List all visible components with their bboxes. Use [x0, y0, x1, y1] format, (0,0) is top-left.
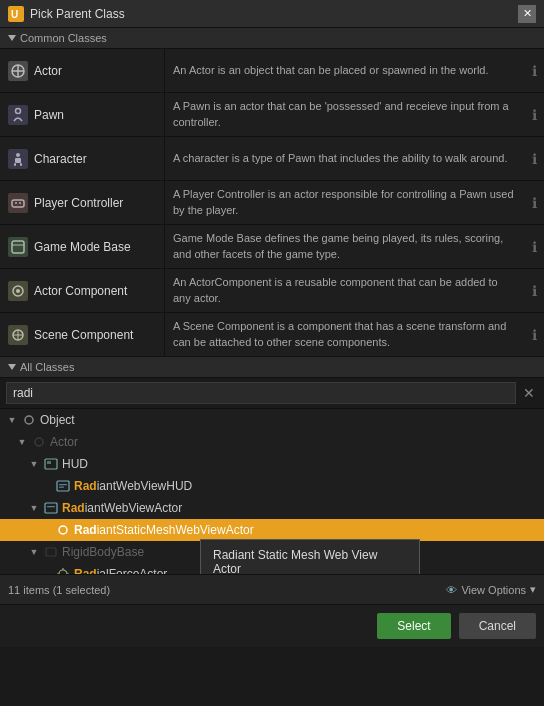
info-icon-character: ℹ — [524, 137, 544, 180]
class-name-actorcomponent: Actor Component — [34, 284, 127, 298]
bottom-bar: 11 items (1 selected) 👁 View Options ▾ — [0, 574, 544, 604]
playercontroller-icon — [8, 193, 28, 213]
tree-label-object: Object — [40, 413, 75, 427]
common-classes-label: Common Classes — [20, 32, 107, 44]
close-button[interactable]: ✕ — [518, 5, 536, 23]
search-bar: ✕ — [0, 378, 544, 409]
class-row-left-playercontroller: Player Controller — [0, 181, 165, 224]
svg-point-16 — [16, 289, 20, 293]
actor-icon — [8, 61, 28, 81]
class-row-scenecomponent[interactable]: Scene Component A Scene Component is a c… — [0, 313, 544, 357]
class-row-left-pawn: Pawn — [0, 93, 165, 136]
collapse-object[interactable]: ▼ — [6, 414, 18, 426]
class-tree: ▼ Object ▼ Actor ▼ HUD RadiantWebViewHUD… — [0, 409, 544, 574]
info-icon-scenecomponent: ℹ — [524, 313, 544, 356]
tree-label-radiantwebviewhud: RadiantWebViewHUD — [74, 479, 192, 493]
tree-item-object[interactable]: ▼ Object — [0, 409, 544, 431]
svg-rect-30 — [46, 548, 56, 556]
class-row-playercontroller[interactable]: Player Controller A Player Controller is… — [0, 181, 544, 225]
common-classes-header: Common Classes — [0, 28, 544, 49]
tree-label-hud: HUD — [62, 457, 88, 471]
select-button[interactable]: Select — [377, 613, 450, 639]
tree-item-actor[interactable]: ▼ Actor — [0, 431, 544, 453]
search-clear-button[interactable]: ✕ — [520, 384, 538, 402]
all-classes-collapse-icon — [8, 364, 16, 370]
view-options-button[interactable]: 👁 View Options ▾ — [446, 583, 536, 596]
cancel-button[interactable]: Cancel — [459, 613, 536, 639]
class-row-actor[interactable]: Actor An Actor is an object that can be … — [0, 49, 544, 93]
class-row-pawn[interactable]: Pawn A Pawn is an actor that can be 'pos… — [0, 93, 544, 137]
svg-point-21 — [35, 438, 43, 446]
tree-item-radiantwebviewactor[interactable]: ▼ RadiantWebViewActor — [0, 497, 544, 519]
highlight-rad3: Rad — [74, 523, 97, 537]
class-desc-scenecomponent: A Scene Component is a component that ha… — [165, 313, 524, 356]
svg-rect-7 — [15, 158, 21, 163]
tree-item-hud[interactable]: ▼ HUD — [0, 453, 544, 475]
svg-rect-24 — [57, 481, 69, 491]
tree-item-radialforceactor[interactable]: RadialForceActor — [0, 563, 544, 574]
staticmesh-icon — [55, 522, 71, 538]
class-name-character: Character — [34, 152, 87, 166]
svg-rect-25 — [59, 484, 67, 485]
info-icon-gamemodebase: ℹ — [524, 225, 544, 268]
class-row-character[interactable]: Character A character is a type of Pawn … — [0, 137, 544, 181]
webviewactor-icon — [43, 500, 59, 516]
class-row-gamemodebase[interactable]: Game Mode Base Game Mode Base defines th… — [0, 225, 544, 269]
svg-rect-8 — [14, 163, 16, 166]
all-classes-header: All Classes — [0, 357, 544, 378]
object-icon — [21, 412, 37, 428]
class-desc-pawn: A Pawn is an actor that can be 'possesse… — [165, 93, 524, 136]
svg-rect-13 — [12, 241, 24, 253]
info-icon-pawn: ℹ — [524, 93, 544, 136]
collapse-radiantwebviewactor[interactable]: ▼ — [28, 502, 40, 514]
collapse-hud[interactable]: ▼ — [28, 458, 40, 470]
class-desc-playercontroller: A Player Controller is an actor responsi… — [165, 181, 524, 224]
svg-rect-22 — [45, 459, 57, 469]
actor-tree-icon — [31, 434, 47, 450]
search-input[interactable] — [6, 382, 516, 404]
tree-item-radiantwebviewhud[interactable]: RadiantWebViewHUD — [0, 475, 544, 497]
class-row-left-character: Character — [0, 137, 165, 180]
tree-item-rigidbodybase[interactable]: ▼ RigidBodyBase — [0, 541, 544, 563]
radialforce-icon — [55, 566, 71, 574]
title-bar-left: U Pick Parent Class — [8, 6, 125, 22]
class-row-left-scenecomponent: Scene Component — [0, 313, 165, 356]
actorcomponent-icon — [8, 281, 28, 301]
class-name-playercontroller: Player Controller — [34, 196, 123, 210]
info-icon-actorcomponent: ℹ — [524, 269, 544, 312]
button-bar: Select Cancel — [0, 604, 544, 647]
info-icon-playercontroller: ℹ — [524, 181, 544, 224]
tree-label-actor: Actor — [50, 435, 78, 449]
class-desc-gamemodebase: Game Mode Base defines the game being pl… — [165, 225, 524, 268]
title-bar: U Pick Parent Class ✕ — [0, 0, 544, 28]
class-row-left-actor: Actor — [0, 49, 165, 92]
collapse-actor[interactable]: ▼ — [16, 436, 28, 448]
class-row-left-gamemodebase: Game Mode Base — [0, 225, 165, 268]
class-row-actorcomponent[interactable]: Actor Component An ActorComponent is a r… — [0, 269, 544, 313]
all-classes-label: All Classes — [20, 361, 74, 373]
tree-label-radiantstaticmeshwebviewactor: RadiantStaticMeshWebViewActor — [74, 523, 254, 537]
gamemodebase-icon — [8, 237, 28, 257]
svg-point-29 — [59, 526, 67, 534]
common-classes-list: Actor An Actor is an object that can be … — [0, 49, 544, 357]
svg-point-6 — [16, 153, 20, 157]
tree-label-radiantwebviewactor: RadiantWebViewActor — [62, 501, 182, 515]
tree-label-rigidbodybase: RigidBodyBase — [62, 545, 144, 559]
svg-point-20 — [25, 416, 33, 424]
svg-point-31 — [59, 570, 67, 574]
svg-rect-23 — [47, 461, 51, 464]
scenecomponent-icon — [8, 325, 28, 345]
webviewhud-icon — [55, 478, 71, 494]
rigidbodybase-icon — [43, 544, 59, 560]
highlight-rad4: Rad — [74, 567, 97, 574]
item-count: 11 items (1 selected) — [8, 584, 110, 596]
class-row-left-actorcomponent: Actor Component — [0, 269, 165, 312]
tree-item-radiantstaticmeshwebviewactor[interactable]: RadiantStaticMeshWebViewActor — [0, 519, 544, 541]
svg-point-11 — [15, 202, 17, 204]
class-name-pawn: Pawn — [34, 108, 64, 122]
svg-rect-26 — [59, 487, 64, 488]
hud-icon — [43, 456, 59, 472]
collapse-rigidbodybase[interactable]: ▼ — [28, 546, 40, 558]
highlight-rad2: Rad — [62, 501, 85, 515]
tree-label-radialforceactor: RadialForceActor — [74, 567, 167, 574]
